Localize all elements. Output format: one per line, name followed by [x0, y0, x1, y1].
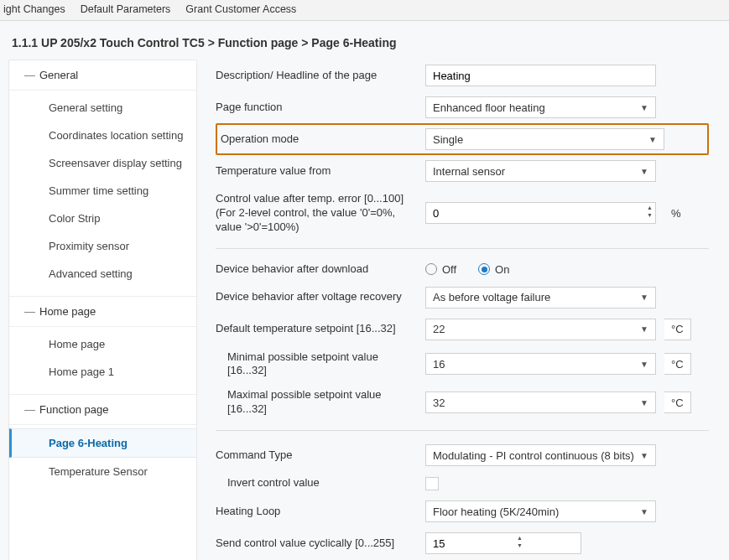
- temperature-from-select[interactable]: Internal sensor ▼: [425, 160, 656, 182]
- send-cyclic-spinner[interactable]: ▲▼: [425, 532, 526, 554]
- param-label: Command Type: [216, 449, 425, 463]
- max-setpoint-select[interactable]: 32 ▼: [425, 391, 656, 413]
- send-cyclic-input[interactable]: [425, 532, 581, 554]
- chevron-down-icon: ▼: [640, 507, 648, 516]
- radio-icon: [425, 263, 437, 275]
- param-label: Minimal possible setpoint value [16...32…: [216, 350, 425, 379]
- sidebar-section-general[interactable]: — General: [9, 60, 196, 91]
- sidebar-item[interactable]: Home page 1: [9, 358, 196, 386]
- sidebar-section-function[interactable]: — Function page: [9, 395, 196, 425]
- param-label: Heating Loop: [216, 505, 425, 519]
- top-menu: ight Changes Default Parameters Grant Cu…: [0, 0, 729, 21]
- chevron-down-icon: ▼: [640, 293, 648, 302]
- select-value: Enhanced floor heating: [433, 101, 545, 114]
- chevron-down-icon: ▼: [640, 167, 648, 176]
- collapse-icon: —: [24, 403, 39, 416]
- sidebar-item[interactable]: Screensaver display setting: [9, 149, 196, 177]
- operation-mode-select[interactable]: Single ▼: [425, 128, 664, 150]
- param-label: Device behavior after voltage recovery: [216, 290, 425, 304]
- select-value: Floor heating (5K/240min): [433, 506, 559, 518]
- select-value: Internal sensor: [433, 165, 505, 178]
- sidebar-item[interactable]: Coordinates location setting: [9, 122, 196, 149]
- sidebar-item[interactable]: General setting: [9, 94, 196, 122]
- sidebar-section-home[interactable]: — Home page: [9, 297, 196, 327]
- menu-default-parameters[interactable]: Default Parameters: [81, 3, 171, 15]
- sidebar-section-label: Home page: [39, 305, 96, 318]
- menu-highlight-changes[interactable]: ight Changes: [3, 3, 65, 15]
- select-value: 16: [433, 358, 445, 371]
- sidebar: — General General setting Coordinates lo…: [8, 60, 197, 560]
- heating-loop-select[interactable]: Floor heating (5K/240min) ▼: [425, 500, 656, 522]
- menu-grant-customer-access[interactable]: Grant Customer Access: [185, 3, 296, 15]
- select-value: Modulating - PI control continuous (8 bi…: [433, 449, 634, 462]
- select-value: As before voltage failure: [433, 291, 550, 303]
- chevron-down-icon: ▼: [640, 451, 648, 460]
- param-label: Invert control value: [216, 476, 425, 490]
- default-setpoint-select[interactable]: 22 ▼: [425, 319, 656, 340]
- param-label: Maximal possible setpoint value [16...32…: [216, 388, 425, 417]
- behavior-download-off-radio[interactable]: Off: [425, 263, 456, 276]
- stepper-icon[interactable]: ▲▼: [647, 204, 653, 219]
- divider: [216, 248, 709, 249]
- behavior-download-on-radio[interactable]: On: [478, 263, 509, 276]
- select-value: 32: [433, 397, 445, 409]
- chevron-down-icon: ▼: [640, 103, 648, 112]
- sidebar-home-items: Home page Home page 1: [9, 327, 196, 395]
- sidebar-general-items: General setting Coordinates location set…: [9, 91, 196, 297]
- chevron-down-icon: ▼: [648, 135, 657, 144]
- param-label: Temperature value from: [216, 164, 425, 179]
- unit-celsius: °C: [664, 391, 691, 413]
- percent-unit: %: [671, 207, 681, 220]
- sidebar-func-items: Page 6-Heating Temperature Sensor: [9, 425, 196, 494]
- sidebar-item[interactable]: Summer time setting: [9, 177, 196, 205]
- param-label: Description/ Headline of the page: [216, 69, 425, 83]
- param-label: Page function: [216, 101, 425, 115]
- chevron-down-icon: ▼: [640, 398, 648, 407]
- behavior-voltage-select[interactable]: As before voltage failure ▼: [425, 287, 656, 309]
- param-label: Send control value cyclically [0...255]: [216, 537, 425, 551]
- parameter-panel: Description/ Headline of the page Page f…: [197, 60, 721, 560]
- sidebar-item[interactable]: Color Strip: [9, 205, 196, 232]
- sidebar-section-label: Function page: [39, 403, 108, 416]
- sidebar-item[interactable]: Home page: [9, 330, 196, 358]
- control-error-input[interactable]: [425, 202, 656, 224]
- param-label: Control value after temp. error [0...100…: [216, 192, 425, 235]
- unit-celsius: °C: [664, 353, 691, 375]
- divider: [216, 430, 709, 431]
- stepper-icon[interactable]: ▲▼: [517, 534, 523, 549]
- breadcrumb: 1.1.1 UP 205/x2 Touch Control TC5 > Func…: [0, 26, 721, 60]
- radio-label: On: [495, 263, 509, 276]
- chevron-down-icon: ▼: [640, 360, 648, 369]
- sidebar-item[interactable]: Advanced setting: [9, 260, 196, 288]
- select-value: Single: [433, 133, 463, 146]
- radio-label: Off: [442, 263, 456, 276]
- sidebar-item-temperature-sensor[interactable]: Temperature Sensor: [9, 458, 196, 485]
- unit-celsius: °C: [664, 319, 691, 340]
- param-label: Default temperature setpoint [16...32]: [216, 322, 425, 336]
- select-value: 22: [433, 323, 445, 335]
- param-label: Device behavior after download: [216, 262, 425, 277]
- collapse-icon: —: [24, 305, 39, 318]
- sidebar-section-label: General: [39, 69, 78, 81]
- sidebar-item[interactable]: Proximity sensor: [9, 232, 196, 260]
- invert-control-checkbox[interactable]: [425, 477, 439, 490]
- collapse-icon: —: [24, 69, 39, 81]
- min-setpoint-select[interactable]: 16 ▼: [425, 353, 656, 375]
- param-label: Operation mode: [221, 132, 425, 147]
- page-function-select[interactable]: Enhanced floor heating ▼: [425, 96, 656, 118]
- control-error-spinner[interactable]: ▲▼: [425, 202, 656, 224]
- description-input[interactable]: [425, 65, 656, 86]
- sidebar-item-page6-heating[interactable]: Page 6-Heating: [9, 428, 196, 458]
- command-type-select[interactable]: Modulating - PI control continuous (8 bi…: [425, 444, 656, 466]
- radio-icon: [478, 263, 490, 275]
- chevron-down-icon: ▼: [640, 324, 648, 334]
